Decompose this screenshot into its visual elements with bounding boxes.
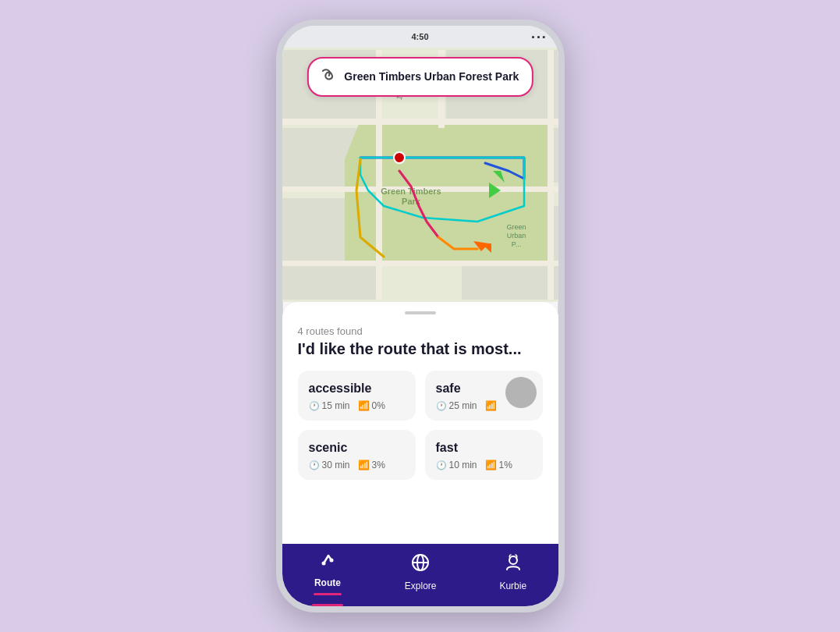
time-safe: 🕐 25 min (436, 400, 477, 411)
svg-rect-10 (282, 261, 558, 266)
route-details-accessible: 🕐 15 min 📶 0% (309, 400, 405, 411)
signal-fast: 📶 1% (485, 460, 512, 470)
svg-text:Urban: Urban (506, 232, 526, 240)
signal-icon-safe: 📶 (485, 400, 497, 411)
location-name: Green Timbers Urban Forest Park (344, 70, 519, 83)
nav-label-kurbie: Kurbie (499, 581, 526, 591)
route-option-fast[interactable]: fast 🕐 10 min 📶 1% (425, 430, 543, 480)
phone-frame: 4:50 ▪ ▪ ▪ Green Timbers Urban Forest Pa… (276, 20, 565, 612)
route-option-safe[interactable]: safe 🕐 25 min 📶 (425, 371, 543, 421)
search-bar[interactable]: Green Timbers Urban Forest Park (307, 57, 533, 97)
nav-item-route[interactable]: Route (298, 545, 357, 600)
nav-label-route: Route (314, 577, 341, 588)
nav-active-indicator (314, 593, 342, 595)
time-accessible: 🕐 15 min (309, 400, 350, 411)
route-name-scenic: scenic (309, 441, 405, 455)
svg-text:P...: P... (511, 240, 520, 248)
clock-icon: 🕐 (309, 401, 320, 411)
sheet-handle[interactable] (405, 311, 436, 314)
route-icon (319, 66, 336, 87)
nav-item-kurbie[interactable]: Kurbie (484, 548, 542, 596)
svg-point-25 (394, 152, 405, 163)
svg-rect-8 (282, 119, 558, 125)
clock-icon-scenic: 🕐 (309, 460, 320, 470)
svg-point-31 (509, 556, 517, 564)
route-option-scenic[interactable]: scenic 🕐 30 min 📶 3% (298, 430, 416, 480)
svg-point-26 (321, 561, 325, 565)
status-time: 4:50 (411, 32, 428, 41)
signal-scenic: 📶 3% (358, 460, 385, 470)
svg-point-27 (329, 558, 333, 562)
route-options-grid: accessible 🕐 15 min 📶 0% safe (298, 371, 543, 480)
time-scenic: 🕐 30 min (309, 460, 350, 470)
route-details-fast: 🕐 10 min 📶 1% (436, 460, 532, 470)
svg-rect-13 (548, 50, 554, 300)
signal-icon-fast: 📶 (485, 460, 497, 470)
clock-icon-safe: 🕐 (436, 401, 447, 411)
status-bar: 4:50 ▪ ▪ ▪ (282, 26, 558, 48)
explore-nav-icon (410, 552, 431, 577)
route-name-fast: fast (436, 441, 532, 455)
signal-icon-scenic: 📶 (358, 460, 370, 470)
bottom-sheet: 4 routes found I'd like the route that i… (282, 302, 558, 544)
kurbie-nav-icon (503, 552, 523, 577)
route-option-accessible[interactable]: accessible 🕐 15 min 📶 0% (298, 371, 416, 421)
time-fast: 🕐 10 min (436, 460, 477, 470)
signal-safe: 📶 (485, 400, 497, 411)
nav-label-explore: Explore (405, 581, 437, 591)
routes-count: 4 routes found (298, 325, 543, 337)
signal-accessible: 📶 0% (358, 400, 385, 411)
routes-question: I'd like the route that is most... (298, 340, 543, 358)
route-name-accessible: accessible (309, 382, 405, 396)
signal-icon: 📶 (358, 400, 370, 411)
cursor-overlay (505, 377, 537, 408)
route-details-scenic: 🕐 30 min 📶 3% (309, 460, 405, 470)
bottom-nav: Route Explore Kurb (282, 544, 558, 606)
route-nav-icon (317, 549, 338, 574)
clock-icon-fast: 🕐 (436, 460, 447, 470)
map-area: Green Timbers Urban Forest Park (282, 48, 558, 302)
svg-text:Green: Green (506, 223, 526, 231)
nav-item-explore[interactable]: Explore (389, 548, 452, 596)
